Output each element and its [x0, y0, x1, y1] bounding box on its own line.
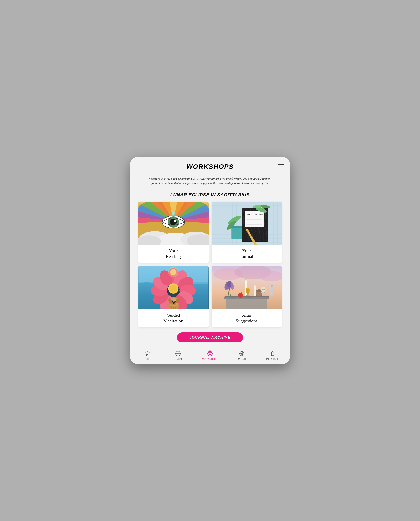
transits-icon: [239, 350, 245, 357]
meditation-card-image: [138, 266, 209, 309]
svg-point-17: [174, 220, 176, 222]
page-title: WORKSHOPS: [186, 163, 233, 170]
svg-rect-122: [254, 285, 256, 296]
menu-line-2: [278, 164, 284, 165]
nav-transits[interactable]: TRANSITS: [235, 350, 249, 360]
device-frame: WORKSHOPS As part of your premium subscr…: [130, 157, 290, 364]
svg-point-130: [261, 287, 266, 292]
section-title: LUNAR ECLIPSE IN SAGITTARIUS: [130, 190, 290, 201]
menu-line-1: [278, 163, 284, 163]
altar-illustration: [212, 266, 282, 309]
nav-meditate[interactable]: MEDITATE: [265, 350, 280, 360]
bottom-nav: HOME CHART: [130, 348, 290, 364]
svg-point-146: [208, 351, 212, 356]
nav-transits-label: TRANSITS: [235, 358, 248, 360]
svg-rect-140: [271, 285, 273, 287]
reading-card-label: YourReading: [138, 245, 209, 263]
svg-rect-110: [226, 299, 267, 309]
journal-archive-button[interactable]: JOURNAL ARCHIVE: [177, 332, 243, 343]
your-journal-card[interactable]: COMPOSITION BOOK: [212, 201, 282, 263]
svg-point-126: [246, 288, 249, 289]
nav-chart-label: CHART: [174, 358, 182, 360]
subtitle-text: As part of your premium subscription to …: [130, 173, 290, 190]
svg-point-96: [172, 302, 175, 304]
cards-grid: YourReading: [130, 201, 290, 327]
nav-home[interactable]: HOME: [140, 350, 155, 360]
meditation-card-label: GuidedMeditation: [138, 309, 209, 327]
svg-point-147: [209, 352, 211, 355]
svg-rect-56: [231, 226, 243, 228]
reading-card-image: [138, 201, 209, 245]
meditation-illustration: [138, 266, 209, 309]
chart-icon: [175, 350, 181, 357]
svg-point-104: [168, 267, 178, 277]
workshops-icon: [207, 350, 213, 357]
menu-line-3: [278, 166, 284, 166]
nav-chart[interactable]: CHART: [171, 350, 185, 360]
altar-card-image: [212, 266, 282, 309]
svg-point-16: [170, 219, 177, 225]
svg-rect-125: [246, 295, 249, 296]
guided-meditation-card[interactable]: GuidedMeditation: [138, 266, 209, 327]
journal-illustration: COMPOSITION BOOK: [212, 201, 282, 245]
svg-point-99: [172, 300, 173, 301]
screen: WORKSHOPS As part of your premium subscr…: [130, 157, 290, 364]
header: WORKSHOPS: [130, 157, 290, 173]
svg-point-118: [231, 284, 234, 290]
your-reading-card[interactable]: YourReading: [138, 201, 209, 263]
svg-point-119: [238, 293, 243, 298]
nav-workshops-label: WORKSHOPS: [202, 358, 218, 360]
svg-point-133: [263, 289, 264, 290]
nav-meditate-label: MEDITATE: [266, 358, 279, 360]
svg-text:COMPOSITION BOOK: COMPOSITION BOOK: [246, 213, 263, 215]
svg-point-132: [262, 289, 263, 290]
altar-suggestions-card[interactable]: AltarSuggestions: [212, 266, 282, 327]
svg-rect-124: [247, 294, 248, 295]
meditate-icon: [269, 350, 276, 357]
journal-card-image: COMPOSITION BOOK: [212, 201, 282, 245]
altar-card-label: AltarSuggestions: [212, 309, 282, 327]
reading-illustration: [138, 201, 209, 245]
nav-home-label: HOME: [143, 358, 151, 360]
svg-point-117: [224, 285, 228, 290]
menu-button[interactable]: [278, 163, 284, 166]
svg-rect-138: [270, 286, 273, 296]
svg-point-92: [169, 284, 177, 293]
svg-rect-60: [245, 211, 263, 227]
journal-card-label: YourJournal: [212, 245, 282, 263]
nav-workshops[interactable]: WORKSHOPS: [202, 350, 218, 360]
svg-point-24: [172, 212, 175, 215]
home-icon: [144, 350, 151, 357]
